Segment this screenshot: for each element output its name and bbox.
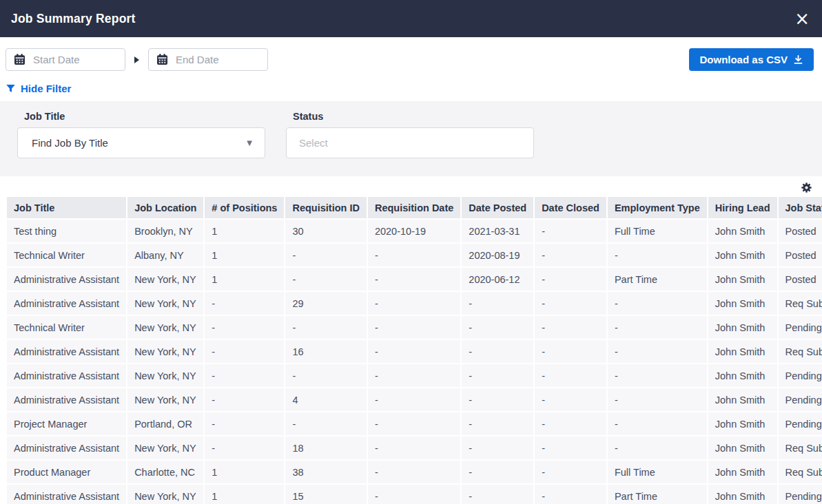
table-cell: 2021-03-31 xyxy=(462,220,533,242)
table-cell: - xyxy=(368,485,460,504)
start-date-placeholder: Start Date xyxy=(33,54,80,65)
table-cell: John Smith xyxy=(708,244,777,266)
table-cell: Portland, OR xyxy=(127,412,203,435)
table-cell: 4 xyxy=(285,388,366,411)
table-cell: John Smith xyxy=(708,461,777,483)
job-title-selected-value: Find Job By Title xyxy=(32,137,108,149)
table-cell: 1 xyxy=(205,461,284,483)
download-csv-button[interactable]: Download as CSV xyxy=(689,48,814,71)
table-cell: Administrative Assistant xyxy=(7,340,126,363)
table-cell: Posted xyxy=(779,244,822,266)
table-cell: New York, NY xyxy=(127,485,203,504)
table-cell: 2020-08-19 xyxy=(462,244,533,266)
table-cell: - xyxy=(462,364,533,387)
table-cell: John Smith xyxy=(708,340,777,363)
table-cell: - xyxy=(285,412,366,435)
table-cell: - xyxy=(462,437,533,459)
table-cell: New York, NY xyxy=(127,340,203,363)
modal-header: Job Summary Report × xyxy=(0,0,822,37)
column-header: Requisition ID xyxy=(285,197,366,218)
download-icon xyxy=(793,54,803,65)
table-row[interactable]: Administrative AssistantNew York, NY115-… xyxy=(7,485,822,504)
table-cell: 38 xyxy=(285,461,366,483)
table-cell: - xyxy=(368,244,460,266)
table-cell: Project Manager xyxy=(7,412,126,435)
end-date-placeholder: End Date xyxy=(176,54,219,65)
table-cell: - xyxy=(535,412,606,435)
table-cell: - xyxy=(205,412,284,435)
gear-icon[interactable] xyxy=(801,182,812,196)
close-icon[interactable]: × xyxy=(794,10,810,28)
table-cell: 2020-10-19 xyxy=(368,220,460,242)
table-row[interactable]: Technical WriterAlbany, NY1--2020-08-19-… xyxy=(7,244,822,266)
table-cell: Pending xyxy=(779,388,822,411)
table-row[interactable]: Administrative AssistantNew York, NY----… xyxy=(7,364,822,387)
table-cell: Full Time xyxy=(608,461,707,483)
table-container: Job TitleJob Location# of PositionsRequi… xyxy=(6,196,822,504)
table-cell: - xyxy=(608,437,707,459)
table-cell: - xyxy=(608,316,707,339)
table-row[interactable]: Technical WriterNew York, NY------John S… xyxy=(7,316,822,339)
column-header: Job Location xyxy=(127,197,203,218)
table-cell: New York, NY xyxy=(127,292,203,315)
column-header: Job Status xyxy=(779,197,822,218)
table-cell: 18 xyxy=(285,437,366,459)
column-header: Hiring Lead xyxy=(708,197,777,218)
table-cell: 29 xyxy=(285,292,366,315)
table-row[interactable]: Administrative AssistantNew York, NY-18-… xyxy=(7,437,822,459)
download-button-label: Download as CSV xyxy=(699,54,788,65)
table-cell: Part Time xyxy=(608,485,707,504)
table-cell: Req Submitted xyxy=(779,437,822,459)
job-title-filter: Job Title Find Job By Title ▼ xyxy=(17,111,265,158)
table-cell: - xyxy=(285,316,366,339)
table-cell: - xyxy=(205,292,284,315)
table-cell: - xyxy=(368,412,460,435)
table-cell: Req Submitted xyxy=(779,461,822,483)
table-cell: - xyxy=(462,340,533,363)
end-date-input[interactable]: End Date xyxy=(148,48,268,71)
job-title-select[interactable]: Find Job By Title ▼ xyxy=(17,127,265,158)
table-cell: Technical Writer xyxy=(7,244,126,266)
status-label: Status xyxy=(293,111,534,122)
table-cell: - xyxy=(368,316,460,339)
calendar-icon xyxy=(156,53,169,66)
table-row[interactable]: Product ManagerCharlotte, NC138---Full T… xyxy=(7,461,822,483)
date-range-picker: Start Date End Date xyxy=(6,48,268,71)
table-row[interactable]: Administrative AssistantNew York, NY-29-… xyxy=(7,292,822,315)
table-cell: Part Time xyxy=(608,268,707,291)
table-cell: - xyxy=(205,364,284,387)
table-row[interactable]: Administrative AssistantNew York, NY-4--… xyxy=(7,388,822,411)
table-row[interactable]: Test thingBrooklyn, NY1302020-10-192021-… xyxy=(7,220,822,242)
table-cell: - xyxy=(462,461,533,483)
table-row[interactable]: Administrative AssistantNew York, NY1--2… xyxy=(7,268,822,291)
table-cell: New York, NY xyxy=(127,364,203,387)
table-cell: - xyxy=(462,388,533,411)
table-cell: Administrative Assistant xyxy=(7,268,126,291)
table-cell: Test thing xyxy=(7,220,126,242)
table-cell: 1 xyxy=(205,220,284,242)
toolbar: Start Date End Date Download as CSV xyxy=(6,48,814,71)
table-cell: 2020-06-12 xyxy=(462,268,533,291)
table-cell: Administrative Assistant xyxy=(7,364,126,387)
hide-filter-link[interactable]: Hide Filter xyxy=(6,83,71,94)
table-row[interactable]: Project ManagerPortland, OR------John Sm… xyxy=(7,412,822,435)
table-header-row: Job TitleJob Location# of PositionsRequi… xyxy=(7,197,822,218)
table-cell: - xyxy=(368,340,460,363)
table-cell: Req Submitted xyxy=(779,340,822,363)
table-cell: - xyxy=(535,461,606,483)
table-cell: 1 xyxy=(205,485,284,504)
table-cell: New York, NY xyxy=(127,316,203,339)
table-cell: - xyxy=(535,220,606,242)
table-cell: Brooklyn, NY xyxy=(127,220,203,242)
table-cell: - xyxy=(535,364,606,387)
funnel-icon xyxy=(6,83,16,94)
status-select-input[interactable] xyxy=(286,127,534,158)
table-cell: - xyxy=(608,412,707,435)
table-cell: Pending xyxy=(779,412,822,435)
table-row[interactable]: Administrative AssistantNew York, NY-16-… xyxy=(7,340,822,363)
start-date-input[interactable]: Start Date xyxy=(6,48,125,71)
table-cell: Administrative Assistant xyxy=(7,292,126,315)
table-cell: New York, NY xyxy=(127,388,203,411)
table-cell: - xyxy=(205,340,284,363)
table-cell: John Smith xyxy=(708,220,777,242)
